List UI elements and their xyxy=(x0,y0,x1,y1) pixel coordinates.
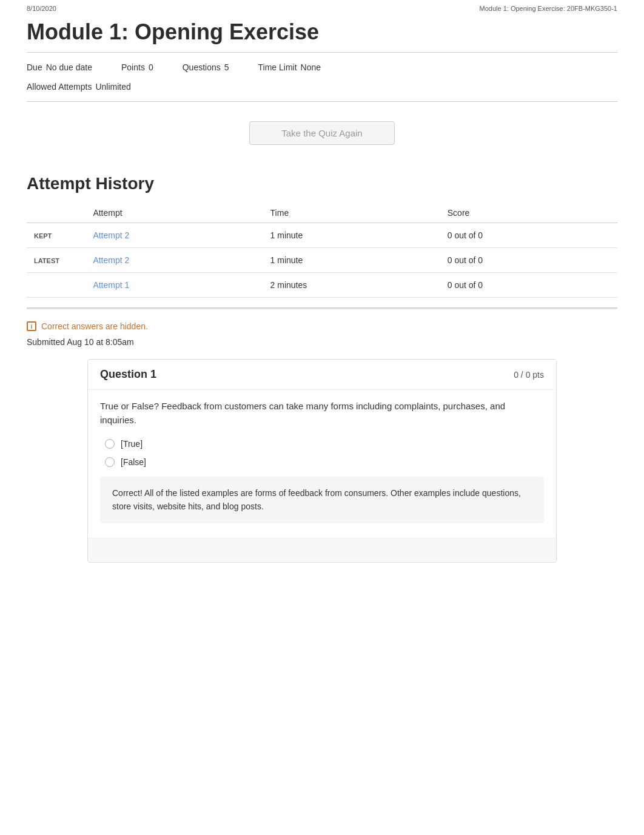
answer-label-true: [True] xyxy=(121,439,143,449)
divider-meta xyxy=(27,101,617,102)
attempt-badge: LATEST xyxy=(27,248,86,273)
meta-points: Points 0 xyxy=(121,62,153,72)
question-header-1: Question 1 0 / 0 pts xyxy=(88,360,556,389)
attempt-link[interactable]: Attempt 2 xyxy=(86,223,263,248)
meta-row-2: Allowed Attempts Unlimited xyxy=(0,82,644,101)
breadcrumb: Module 1: Opening Exercise: 20FB-MKG350-… xyxy=(480,5,617,12)
allowed-attempts-value: Unlimited xyxy=(95,82,130,92)
attempt-history-section: Attempt History Attempt Time Score KEPT … xyxy=(0,164,644,307)
time-limit-value: None xyxy=(301,62,321,72)
attempt-score: 0 out of 0 xyxy=(440,248,617,273)
questions-value: 5 xyxy=(224,62,229,72)
questions-label: Questions xyxy=(183,62,221,72)
table-row: KEPT Attempt 2 1 minute 0 out of 0 xyxy=(27,223,617,248)
notice-icon: i xyxy=(27,321,36,331)
meta-questions: Questions 5 xyxy=(183,62,229,72)
page-title: Module 1: Opening Exercise xyxy=(0,17,644,52)
attempt-score: 0 out of 0 xyxy=(440,273,617,298)
attempt-badge xyxy=(27,273,86,298)
attempt-score: 0 out of 0 xyxy=(440,223,617,248)
answer-option-false: [False] xyxy=(100,457,544,467)
meta-row-1: Due No due date Points 0 Questions 5 Tim… xyxy=(0,53,644,82)
attempt-time: 1 minute xyxy=(263,248,440,273)
due-label: Due xyxy=(27,62,42,72)
table-row: LATEST Attempt 2 1 minute 0 out of 0 xyxy=(27,248,617,273)
attempt-table: Attempt Time Score KEPT Attempt 2 1 minu… xyxy=(27,203,617,298)
attempt-time: 1 minute xyxy=(263,223,440,248)
attempt-time: 2 minutes xyxy=(263,273,440,298)
answer-label-false: [False] xyxy=(121,457,146,467)
question-1-text: True or False? Feedback from customers c… xyxy=(100,400,544,427)
time-limit-label: Time Limit xyxy=(258,62,297,72)
question-card-1: Question 1 0 / 0 pts True or False? Feed… xyxy=(87,359,557,563)
date-label: 8/10/2020 xyxy=(27,5,56,12)
answer-option-true: [True] xyxy=(100,439,544,449)
radio-false[interactable] xyxy=(105,457,115,467)
question-1-body: True or False? Feedback from customers c… xyxy=(88,389,556,538)
due-value: No due date xyxy=(46,62,92,72)
feedback-box-1: Correct! All of the listed examples are … xyxy=(100,477,544,523)
table-row: Attempt 1 2 minutes 0 out of 0 xyxy=(27,273,617,298)
meta-due: Due No due date xyxy=(27,62,92,72)
attempt-link[interactable]: Attempt 1 xyxy=(86,273,263,298)
question-1-pts: 0 / 0 pts xyxy=(514,370,544,380)
col-header-time: Time xyxy=(263,203,440,223)
col-header-attempt: Attempt xyxy=(86,203,263,223)
correct-answers-text: Correct answers are hidden. xyxy=(41,321,148,331)
allowed-attempts-label: Allowed Attempts xyxy=(27,82,92,92)
points-value: 0 xyxy=(149,62,153,72)
attempt-link[interactable]: Attempt 2 xyxy=(86,248,263,273)
take-quiz-button[interactable]: Take the Quiz Again xyxy=(249,121,395,145)
col-header-score: Score xyxy=(440,203,617,223)
question-1-title: Question 1 xyxy=(100,368,156,381)
radio-true[interactable] xyxy=(105,439,115,449)
col-header-badge xyxy=(27,203,86,223)
result-section: i Correct answers are hidden. Submitted … xyxy=(27,308,617,563)
submitted-text: Submitted Aug 10 at 8:05am xyxy=(27,337,617,347)
attempt-history-title: Attempt History xyxy=(27,174,617,193)
question-footer-1 xyxy=(88,538,556,562)
attempt-badge: KEPT xyxy=(27,223,86,248)
top-bar: 8/10/2020 Module 1: Opening Exercise: 20… xyxy=(0,0,644,17)
points-label: Points xyxy=(121,62,145,72)
meta-time-limit: Time Limit None xyxy=(258,62,321,72)
correct-answers-notice: i Correct answers are hidden. xyxy=(27,321,617,331)
